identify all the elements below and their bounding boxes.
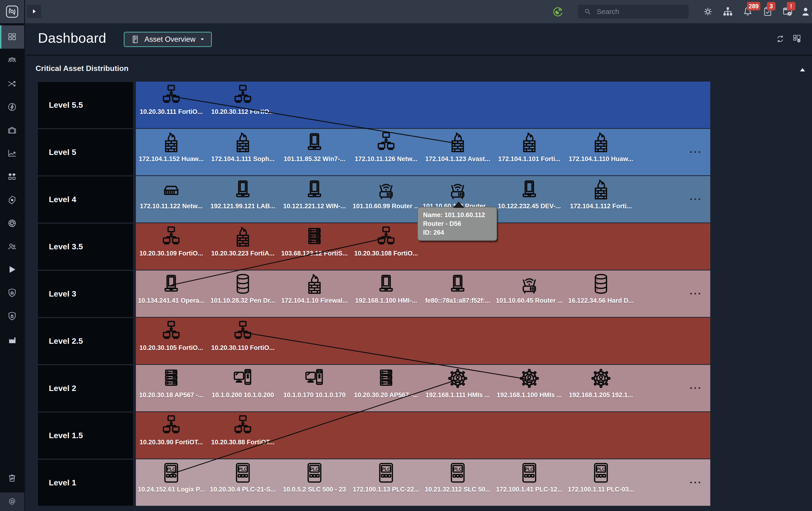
app-root: 289 3 ! @ Dashboard Asset Overview Criti… — [0, 0, 812, 511]
device-node-server[interactable]: 10.20.30.18 AP567 -... — [133, 367, 209, 399]
device-node-laptop[interactable]: 101.11.85.32 Win7-... — [277, 131, 352, 163]
device-node-plc[interactable]: PLC172.100.1.13 PLC-22... — [348, 461, 424, 493]
device-node-laptop[interactable]: 10.134.241.41 Opera... — [133, 272, 209, 304]
app-logo[interactable] — [0, 0, 25, 23]
sidebar-item-widgets[interactable] — [0, 165, 24, 188]
device-node-server[interactable]: 10.20.30.20 AP567 -... — [348, 367, 424, 399]
device-node-server[interactable]: 103.68.123.12 FortiS... — [277, 225, 352, 257]
more-devices-indicator[interactable]: ... — [690, 191, 702, 202]
sidebar-item-playbooks-play[interactable] — [0, 258, 24, 281]
device-node-desktop[interactable]: 10.1.0.200 10.1.0.200 — [205, 367, 281, 399]
sidebar-item-analytics-chart[interactable] — [0, 142, 24, 165]
search-input-box[interactable] — [578, 5, 689, 19]
user-profile-icon[interactable] — [800, 6, 812, 18]
device-label: 192.168.1.100 HMIs ... — [497, 392, 562, 399]
device-node-router[interactable]: 101.10.60.99 Router ... — [348, 178, 424, 210]
search-input[interactable] — [597, 8, 688, 16]
sidebar-item-support-lifebuoy[interactable] — [0, 211, 24, 235]
device-node-network[interactable]: 10.20.30.111 FortiO... — [133, 84, 209, 116]
device-label: fe80::78a1:a87:f52f:... — [425, 297, 490, 304]
device-node-database[interactable]: 16.122.34.56 Hard D... — [563, 272, 639, 304]
sidebar-item-threat-shield-bug[interactable] — [0, 281, 24, 305]
laptop-icon — [160, 272, 183, 295]
device-node-firewall[interactable]: 10.20.30.223 FortiA... — [205, 225, 281, 257]
device-node-plc[interactable]: PLC172.100.1.41 PLC-12... — [491, 461, 567, 493]
device-node-firewall[interactable]: 172.104.1.101 Forti... — [491, 131, 567, 163]
device-node-switch[interactable]: 172.10.11.122 Netw... — [133, 178, 209, 210]
device-node-hmi[interactable]: 192.168.1.100 HMIs ... — [491, 367, 567, 399]
more-devices-indicator[interactable]: ... — [690, 285, 702, 297]
sidebar-item-user-group[interactable] — [0, 49, 24, 72]
device-node-firewall[interactable]: 172.104.1.152 Huaw... — [133, 131, 209, 163]
device-node-plc[interactable]: PLC172.100.1.11 PLC-03... — [563, 461, 639, 493]
device-node-firewall[interactable]: 172.104.1.110 Huaw... — [563, 131, 639, 163]
device-node-laptop[interactable]: 192.168.1.100 HMI-... — [348, 272, 424, 304]
device-node-laptop[interactable]: 10.121.221.12 WIN-... — [277, 178, 352, 210]
device-node-firewall[interactable]: 172.104.1.123 Avast... — [420, 131, 496, 163]
svg-text:PLC: PLC — [310, 466, 319, 472]
device-node-firewall[interactable]: 172.104.1.112 Forti... — [563, 178, 639, 210]
notifications-bell-icon[interactable]: 289 — [742, 6, 754, 18]
view-selector-button[interactable]: Asset Overview — [124, 32, 212, 47]
laptop-icon — [446, 272, 469, 295]
device-label: 172.104.1.111 Soph... — [211, 155, 274, 163]
svg-text:@: @ — [8, 497, 16, 505]
level-label: Level 2.5 — [38, 318, 133, 364]
device-node-network[interactable]: 10.20.30.110 FortiO... — [205, 319, 281, 351]
sitemap-icon[interactable] — [722, 6, 734, 18]
device-label: 192.168.1.100 HMI-... — [355, 297, 417, 304]
device-node-plc[interactable]: PLC10.0.5.2 SLC 500 - 23 — [277, 461, 352, 493]
tasks-clipboard-icon[interactable]: 3 — [762, 6, 774, 18]
page-header: Dashboard Asset Overview — [26, 23, 812, 55]
more-devices-indicator[interactable]: ... — [690, 474, 702, 486]
device-node-network[interactable]: 10.20.30.109 FortiO... — [133, 225, 209, 257]
database-icon — [589, 272, 613, 295]
more-devices-indicator[interactable]: ... — [690, 380, 702, 391]
device-node-database[interactable]: 101.10.28.32 Pen Dr... — [205, 272, 281, 304]
device-node-network[interactable]: 10.20.30.112 FortiO... — [205, 84, 281, 116]
sidebar-item-users-pair[interactable] — [0, 235, 24, 258]
sidebar-item-quick-actions-bolt[interactable] — [0, 95, 24, 119]
sidebar-item-security-shield-lock[interactable] — [0, 305, 24, 328]
device-node-plc[interactable]: PLC10.24.152.61 Logix P... — [133, 461, 209, 493]
connection-status-icon[interactable] — [552, 5, 564, 18]
device-node-laptop[interactable]: 192.121.99.121 LAB... — [205, 178, 281, 210]
device-node-network[interactable]: 10.20.30.90 FortiOT... — [133, 414, 209, 446]
device-node-hmi[interactable]: 192.168.1.205 192.1... — [563, 367, 639, 399]
section-title: Critical Asset Distribution — [35, 64, 128, 73]
device-node-hmi[interactable]: 192.168.1.111 HMIs ... — [420, 367, 496, 399]
sidebar-item-purge-trash[interactable] — [0, 466, 24, 489]
device-node-plc[interactable]: PLC10.20.30.4 PLC-21-S... — [205, 461, 281, 493]
dashboard-settings-icon[interactable] — [792, 34, 803, 44]
device-node-network[interactable]: 10.20.30.108 FortiO... — [348, 225, 424, 257]
sidebar-item-mentions-at[interactable]: @ — [0, 490, 24, 511]
sidebar-item-assets-briefcase[interactable] — [0, 119, 24, 142]
sidebar-item-environment-cube[interactable] — [0, 188, 24, 211]
device-node-network[interactable]: 10.20.30.88 FortiOT... — [205, 414, 281, 446]
settings-gear-icon[interactable] — [702, 6, 714, 18]
device-node-desktop[interactable]: 10.1.0.170 10.1.0.170 — [277, 367, 352, 399]
play-button[interactable] — [27, 5, 41, 18]
router-icon — [518, 272, 541, 295]
device-node-network[interactable]: 172.10.11.126 Netw... — [348, 131, 424, 163]
device-node-network[interactable]: 10.20.30.105 FortiO... — [133, 319, 209, 351]
device-node-laptop[interactable]: fe80::78a1:a87:f52f:... — [420, 272, 496, 304]
refresh-icon[interactable] — [775, 34, 785, 44]
device-node-plc[interactable]: PLC10.21.32.112 SLC 50... — [420, 461, 496, 493]
plc-icon: PLC — [374, 461, 398, 484]
system-alerts-window-icon[interactable]: ! — [782, 6, 793, 18]
device-node-laptop[interactable]: 10.122.232.45 DEV-... — [491, 178, 567, 210]
collapse-section-icon[interactable] — [799, 66, 806, 73]
more-devices-indicator[interactable]: ... — [690, 144, 702, 155]
sidebar-item-network-flows[interactable] — [0, 72, 24, 95]
plc-icon: PLC — [446, 461, 469, 484]
device-node-router[interactable]: 101.10.60.45 Router ... — [491, 272, 567, 304]
network-icon — [374, 225, 398, 248]
device-label: 103.68.123.12 FortiS... — [281, 250, 348, 257]
sidebar-item-dashboard-grid[interactable] — [0, 25, 24, 49]
device-node-firewall[interactable]: 172.104.1.10 Firewal... — [277, 272, 352, 304]
device-node-firewall[interactable]: 172.104.1.111 Soph... — [205, 131, 281, 163]
sidebar-item-operations-factory[interactable] — [0, 328, 24, 351]
search-icon — [583, 7, 592, 17]
device-label: 101.11.85.32 Win7-... — [284, 155, 345, 163]
